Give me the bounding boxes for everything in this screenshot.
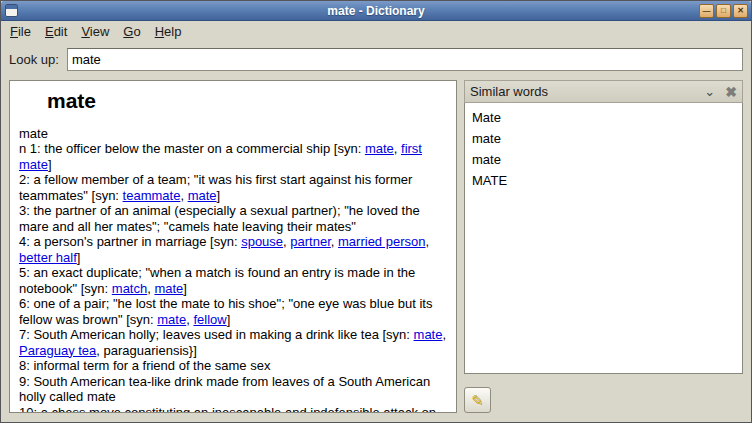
definition-link[interactable]: spouse xyxy=(241,234,283,249)
definition-pane[interactable]: mate maten 1: the officer below the mast… xyxy=(9,80,457,413)
definition-link[interactable]: mate xyxy=(188,188,217,203)
similar-word-item[interactable]: MATE xyxy=(465,170,742,191)
window-title: mate - Dictionary xyxy=(1,4,751,18)
definition-link[interactable]: teammate xyxy=(123,188,181,203)
window-controls: — □ ✕ xyxy=(699,4,748,18)
definition-link[interactable]: fellow xyxy=(193,312,226,327)
menu-item[interactable]: Edit xyxy=(38,22,74,42)
pencil-icon: ✎ xyxy=(471,393,484,408)
dictionary-window: mate - Dictionary — □ ✕ FileEditViewGoHe… xyxy=(0,0,752,423)
menu-item[interactable]: Help xyxy=(148,22,189,42)
menu-item[interactable]: File xyxy=(3,22,38,42)
definition-link[interactable]: better half xyxy=(19,250,77,265)
similar-words-panel: Similar words ⌄ ✖ MatematemateMATE ✎ xyxy=(464,80,743,413)
definition-link[interactable]: mate xyxy=(365,141,394,156)
definition-link[interactable]: partner xyxy=(290,234,330,249)
definition-link[interactable]: mate xyxy=(154,281,183,296)
similar-word-item[interactable]: mate xyxy=(465,128,742,149)
definition-link[interactable]: first mate xyxy=(19,141,422,172)
menu-item[interactable]: View xyxy=(74,22,116,42)
similar-words-title: Similar words xyxy=(470,84,548,99)
maximize-button[interactable]: □ xyxy=(716,4,731,18)
definition-link[interactable]: mate xyxy=(157,312,186,327)
lookup-row: Look up: xyxy=(1,42,751,78)
similar-words-footer: ✎ xyxy=(464,374,743,413)
main-area: mate maten 1: the officer below the mast… xyxy=(1,78,751,422)
definition-link[interactable]: Paraguay tea xyxy=(19,343,96,358)
menu-item[interactable]: Go xyxy=(116,22,147,42)
close-panel-icon[interactable]: ✖ xyxy=(725,84,737,100)
definition-link[interactable]: mate xyxy=(414,327,443,342)
edit-button[interactable]: ✎ xyxy=(464,387,491,413)
definition-link[interactable]: married person xyxy=(338,234,425,249)
chevron-down-icon[interactable]: ⌄ xyxy=(704,87,715,97)
similar-words-list: MatematemateMATE xyxy=(464,103,743,374)
lookup-input[interactable] xyxy=(67,48,743,71)
similar-word-item[interactable]: mate xyxy=(465,149,742,170)
lookup-label: Look up: xyxy=(9,52,59,67)
minimize-button[interactable]: — xyxy=(699,4,714,18)
definition-body: maten 1: the officer below the master on… xyxy=(19,126,447,414)
similar-word-item[interactable]: Mate xyxy=(465,107,742,128)
definition-link[interactable]: match xyxy=(112,281,147,296)
close-button[interactable]: ✕ xyxy=(733,4,748,18)
menubar: FileEditViewGoHelp xyxy=(1,21,751,42)
app-window-icon xyxy=(5,4,18,17)
titlebar[interactable]: mate - Dictionary — □ ✕ xyxy=(1,1,751,21)
similar-words-header: Similar words ⌄ ✖ xyxy=(464,80,743,103)
headword: mate xyxy=(47,93,447,109)
